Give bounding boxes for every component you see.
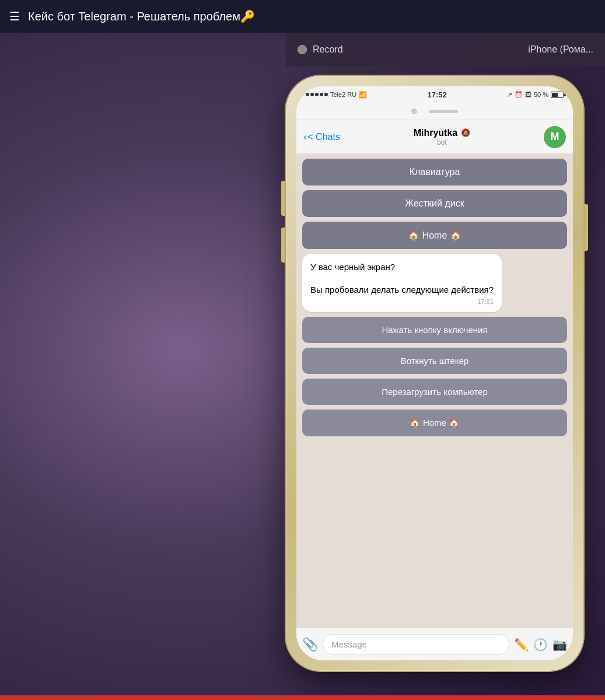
bot-name-text: Mihryutka bbox=[414, 128, 458, 138]
phone-notch bbox=[296, 103, 573, 120]
signal-dot-5 bbox=[324, 93, 328, 96]
signal-dot-2 bbox=[310, 93, 314, 96]
status-right: ↗ ⏰ 🖼 50 % bbox=[507, 91, 564, 99]
mute-icon: 🔕 bbox=[461, 128, 470, 137]
phone-frame: Tele2 RU 📶 17:52 ↗ ⏰ 🖼 50 % bbox=[286, 76, 583, 671]
chat-info: Mihryutka 🔕 bot bbox=[346, 128, 538, 146]
attach-icon[interactable]: 📎 bbox=[302, 637, 318, 652]
keyboard-button[interactable]: Клавиатура bbox=[302, 159, 567, 186]
phone-content: Tele2 RU 📶 17:52 ↗ ⏰ 🖼 50 % bbox=[296, 86, 573, 660]
chat-input-bar: 📎 Message ✏️ 🕐 📷 bbox=[296, 628, 573, 660]
action-button-plug[interactable]: Воткнуть штекер bbox=[302, 348, 567, 374]
message-time: 17:51 bbox=[310, 298, 494, 305]
record-label: Record bbox=[313, 44, 343, 55]
wifi-icon: 📶 bbox=[359, 91, 367, 99]
location-icon: ↗ bbox=[507, 91, 512, 99]
back-chevron-icon: ‹ bbox=[303, 132, 306, 142]
speaker-icon bbox=[429, 110, 458, 113]
battery-fill bbox=[552, 93, 558, 97]
status-bar: Tele2 RU 📶 17:52 ↗ ⏰ 🖼 50 % bbox=[296, 86, 573, 103]
menu-icon[interactable]: ☰ bbox=[9, 9, 20, 23]
record-bar: Record iPhone (Рома... bbox=[286, 33, 605, 66]
phone-frame-wrapper: Tele2 RU 📶 17:52 ↗ ⏰ 🖼 50 % bbox=[286, 76, 583, 671]
signal-dot-3 bbox=[315, 93, 319, 96]
volume-up-button bbox=[281, 181, 285, 216]
status-left: Tele2 RU 📶 bbox=[306, 91, 367, 99]
power-button bbox=[585, 204, 588, 251]
message-text-line2: Вы пробовали делать следующие действия? bbox=[310, 284, 494, 296]
alarm-icon: ⏰ bbox=[515, 91, 523, 99]
signal-dot-4 bbox=[320, 93, 323, 96]
signal-dots bbox=[306, 93, 328, 96]
message-text-line1: У вас черный экран? bbox=[310, 261, 494, 273]
carrier-name: Tele2 RU bbox=[330, 91, 356, 98]
hdd-button[interactable]: Жесткий диск bbox=[302, 190, 567, 217]
front-camera-icon bbox=[411, 108, 417, 114]
chat-body: Клавиатура Жесткий диск 🏠 Home 🏠 У вас ч… bbox=[296, 154, 573, 628]
volume-down-button bbox=[281, 228, 285, 262]
clock-icon[interactable]: 🕐 bbox=[533, 638, 548, 652]
camera-icon[interactable]: 📷 bbox=[552, 638, 567, 652]
red-bottom-bar bbox=[0, 695, 605, 700]
home-button-1[interactable]: 🏠 Home 🏠 bbox=[302, 222, 567, 249]
edit-icon[interactable]: ✏️ bbox=[514, 638, 529, 652]
phone-screen: Tele2 RU 📶 17:52 ↗ ⏰ 🖼 50 % bbox=[296, 86, 573, 660]
battery-icon bbox=[551, 92, 564, 98]
message-bubble: У вас черный экран? Вы пробовали делать … bbox=[302, 254, 502, 312]
record-dot-icon bbox=[298, 45, 307, 54]
back-label: < Chats bbox=[307, 132, 340, 142]
chat-name: Mihryutka 🔕 bbox=[346, 128, 538, 138]
battery-text: 50 % bbox=[534, 91, 548, 98]
avatar: M bbox=[544, 126, 566, 148]
action-button-restart[interactable]: Перезагрузить компьютер bbox=[302, 379, 567, 405]
status-time: 17:52 bbox=[427, 90, 446, 99]
page-title: Кейс бот Telegram - Решатель проблем🔑 bbox=[28, 9, 255, 23]
home-button-2[interactable]: 🏠 Home 🏠 bbox=[302, 410, 567, 436]
iphone-label: iPhone (Рома... bbox=[528, 44, 593, 55]
photo-icon: 🖼 bbox=[525, 91, 531, 98]
top-bar: ☰ Кейс бот Telegram - Решатель проблем🔑 bbox=[0, 0, 605, 33]
record-left: Record bbox=[298, 44, 343, 55]
bot-label: bot bbox=[346, 138, 538, 146]
back-button[interactable]: ‹ < Chats bbox=[303, 132, 340, 142]
signal-dot-1 bbox=[306, 93, 309, 96]
chat-header: ‹ < Chats Mihryutka 🔕 bot M bbox=[296, 120, 573, 154]
message-input[interactable]: Message bbox=[323, 634, 509, 654]
action-button-power[interactable]: Нажать кнопку включения bbox=[302, 317, 567, 343]
